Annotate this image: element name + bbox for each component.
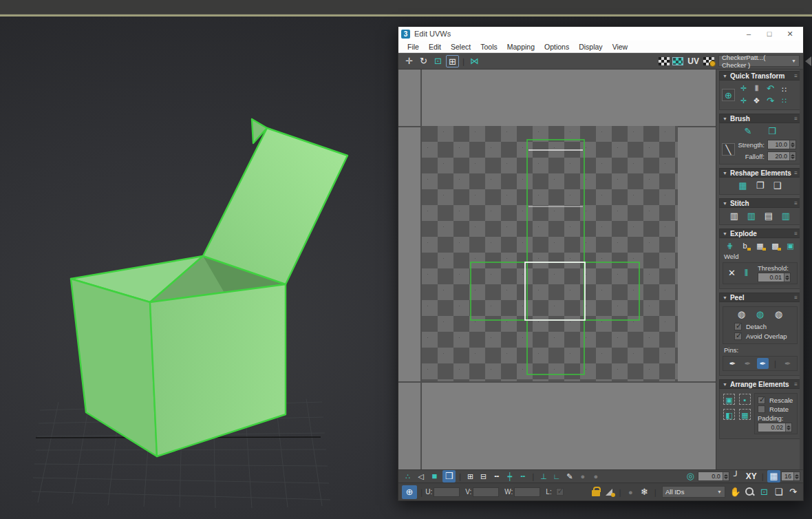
stitch-average-icon[interactable]: ▤ (762, 210, 776, 222)
falloff-spinner[interactable] (789, 152, 795, 160)
weld-selected-icon[interactable]: ✕ (725, 267, 738, 279)
falloff-field[interactable]: 20.0 (767, 151, 796, 161)
explode-by-face-icon[interactable]: ▩ (769, 240, 781, 251)
zoom-icon[interactable] (745, 487, 755, 497)
rescale-checkbox[interactable] (758, 396, 765, 404)
grow-perpendicular-icon[interactable]: ⊥ (537, 471, 549, 482)
brush-falloff-curve-icon[interactable]: ╲ (722, 143, 735, 156)
maximize-button[interactable]: □ (759, 28, 780, 40)
rollout-header[interactable]: ▼ Brush ≡ (719, 114, 801, 123)
show-map-icon[interactable] (672, 57, 683, 65)
soft-selection-field[interactable]: 0.0 (698, 472, 729, 481)
menu-item-file[interactable]: File (403, 43, 424, 51)
grid-size-field[interactable]: 16 (781, 472, 800, 481)
threshold-spinner[interactable] (784, 273, 790, 282)
lock-aspect-checkbox[interactable] (556, 488, 564, 496)
paint-select-icon[interactable]: ✎ (564, 471, 575, 482)
stitch-source-icon[interactable]: ▥ (745, 210, 758, 222)
quick-peel-icon[interactable]: ◍ (735, 308, 748, 321)
stitch-custom-icon[interactable]: ▥ (728, 210, 741, 222)
map-dropdown[interactable]: CheckerPatt...( Checker ) ▼ (718, 55, 800, 67)
rollout-menu-icon[interactable]: ≡ (794, 116, 798, 122)
rollout-menu-icon[interactable]: ≡ (794, 295, 798, 301)
menu-item-edit[interactable]: Edit (424, 43, 446, 51)
shrink-selection-icon[interactable]: ⊟ (478, 471, 489, 482)
rotate-cw-icon[interactable]: ↷ (764, 95, 777, 107)
rollout-menu-icon[interactable]: ≡ (794, 231, 798, 237)
menu-item-mapping[interactable]: Mapping (502, 43, 539, 51)
paint-shrink-icon[interactable]: ● (590, 471, 601, 482)
uv-canvas[interactable] (398, 70, 716, 469)
rotate-checkbox[interactable] (758, 405, 765, 413)
grid-size-spinner[interactable] (793, 472, 800, 480)
pattern-tiling-icon[interactable] (659, 57, 670, 65)
stitch-target-icon[interactable]: ▥ (780, 210, 793, 222)
filter-faces-icon[interactable] (605, 487, 615, 496)
target-weld-icon[interactable]: ⫴ (740, 267, 753, 279)
break-icon[interactable]: ⋕ (724, 240, 736, 251)
padding-field[interactable]: 0.02 (758, 423, 792, 432)
pan-icon[interactable]: ✋ (729, 486, 742, 498)
explode-by-material-icon[interactable]: ▦ (754, 240, 766, 251)
uv-shells[interactable] (398, 70, 716, 469)
transform-typein-icon[interactable]: ⊕ (402, 485, 417, 499)
rollout-header[interactable]: ▼ Stitch ≡ (719, 198, 801, 208)
menu-item-display[interactable]: Display (574, 43, 607, 51)
relax-brush-icon[interactable]: ❒ (766, 125, 779, 138)
uv-space-label[interactable]: UV (687, 56, 699, 66)
mirror-icon[interactable]: ⋈ (468, 55, 481, 67)
rollout-header[interactable]: ▼ Peel ≡ (719, 293, 801, 302)
grow-selection-icon[interactable]: ⊞ (464, 471, 476, 482)
strength-field[interactable]: 10.0 (767, 140, 796, 149)
lock-selection-icon[interactable] (592, 487, 601, 497)
rollout-menu-icon[interactable]: ≡ (794, 73, 798, 79)
flatten-by-element-icon[interactable]: ▣ (784, 240, 796, 251)
space-horizontal-icon[interactable]: ✛ (738, 95, 749, 106)
loop-corner-icon[interactable]: ∟ (551, 471, 562, 482)
zoom-region-icon[interactable]: ⊡ (758, 486, 771, 498)
grid-snap-icon[interactable]: ▦ (767, 470, 780, 483)
align-pivot-icon[interactable]: ⊕ (722, 89, 735, 101)
rotate-ccw-icon[interactable]: ↶ (764, 83, 777, 95)
peel-reset-icon[interactable]: ◍ (772, 308, 785, 321)
explode-by-smoothing-icon[interactable]: b (739, 240, 751, 251)
pin-selected-icon[interactable]: ✒ (757, 358, 769, 369)
edge-loop-grow-icon[interactable]: ┿ (504, 471, 515, 482)
rotate-icon[interactable]: ↻ (417, 55, 430, 67)
relax-element-icon[interactable]: ❐ (754, 180, 767, 192)
align-vertical-icon[interactable]: ⫴ (751, 83, 762, 94)
paint-grow-icon[interactable]: ● (577, 471, 588, 482)
lattice-icon[interactable]: ❖ (751, 95, 762, 106)
rollout-header[interactable]: ▼ Explode ≡ (719, 229, 801, 238)
minimize-button[interactable]: – (738, 28, 759, 40)
strength-spinner[interactable] (789, 140, 795, 149)
v-field[interactable] (473, 487, 499, 497)
rollout-header[interactable]: ▼ Reshape Elements ≡ (719, 168, 801, 178)
face-mode-icon[interactable]: ■ (428, 470, 441, 483)
menu-item-select[interactable]: Select (446, 43, 476, 51)
distribute-b-icon[interactable]: ∷ (778, 95, 790, 106)
vertex-mode-icon[interactable]: ∴ (402, 471, 414, 482)
rollout-header[interactable]: ▼ Arrange Elements ≡ (719, 379, 801, 389)
threshold-field[interactable]: 0.01 (758, 273, 791, 282)
falloff-curve-icon[interactable]: ╯ (730, 470, 743, 483)
rollout-menu-icon[interactable]: ≡ (794, 170, 798, 176)
element-mode-icon[interactable]: ❒ (442, 470, 456, 483)
pan-to-selected-icon[interactable]: ↷ (787, 486, 800, 498)
axis-space-label[interactable]: XY (746, 472, 757, 481)
pack-rescale-icon[interactable]: ▦ (739, 409, 751, 420)
pack-together-icon[interactable]: ▣ (723, 394, 735, 405)
checker-material-icon[interactable] (703, 57, 714, 65)
menu-item-tools[interactable]: Tools (476, 43, 502, 51)
rollout-menu-icon[interactable]: ≡ (794, 200, 798, 206)
menu-item-view[interactable]: View (608, 43, 633, 51)
detach-checkbox[interactable] (734, 323, 742, 330)
freeform-gizmo-icon[interactable]: ⊞ (446, 55, 459, 67)
straighten-icon[interactable]: ▦ (736, 180, 749, 192)
u-field[interactable] (434, 487, 460, 497)
rollout-menu-icon[interactable]: ≡ (794, 381, 798, 388)
edge-ring-icon[interactable]: ╍ (517, 471, 528, 482)
pack-normalize-icon[interactable]: ▪ (739, 394, 751, 405)
menu-item-options[interactable]: Options (539, 43, 574, 51)
distribute-a-icon[interactable]: ∷ (778, 84, 790, 95)
